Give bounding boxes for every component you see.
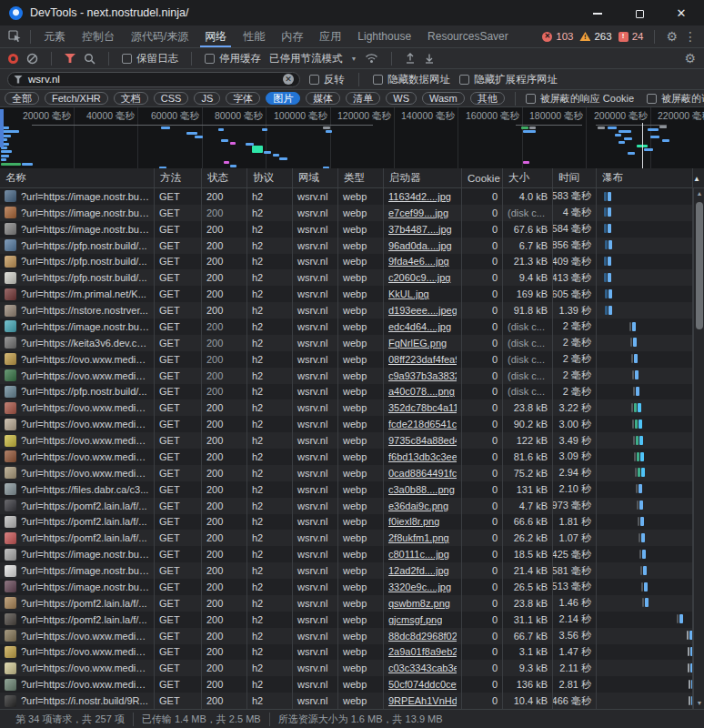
cell-name[interactable]: ?url=https://pomf2.lain.la/f/... (0, 498, 155, 514)
initiator-link[interactable]: d193eee....jpeg (388, 305, 457, 316)
disable-cache-checkbox[interactable]: 停用缓存 (205, 52, 261, 66)
column-header-waterfall[interactable]: 瀑布 (597, 168, 693, 187)
cell-name[interactable]: ?url=https://m.primal.net/K... (0, 286, 155, 302)
initiator-link[interactable]: 9fda4e6....jpg (388, 256, 449, 267)
column-header-time[interactable]: 时间 (553, 168, 597, 187)
initiator-link[interactable]: 0cad8864491fc0... (388, 468, 457, 479)
cell-name[interactable]: ?url=https://ovo.wxw.media... (0, 660, 155, 676)
column-header-method[interactable]: 方法 (155, 168, 202, 187)
filter-chip-图片[interactable]: 图片 (266, 92, 300, 105)
tab-性能[interactable]: 性能 (235, 25, 273, 47)
clear-network-log-button[interactable] (26, 53, 38, 65)
table-row[interactable]: ?url=https://ovo.wxw.media...GET200h2wsr… (0, 449, 693, 465)
filter-chip-文档[interactable]: 文档 (114, 92, 148, 105)
initiator-link[interactable]: e7cef99....jpg (388, 207, 448, 218)
console-errors-badge[interactable]: ✕ 103 (542, 31, 573, 42)
column-header-status[interactable]: 状态 (202, 168, 247, 187)
table-row[interactable]: ?url=https://ovo.wxw.media...GET200h2wsr… (0, 351, 693, 368)
vertical-scrollbar[interactable]: ▲ ▼ (693, 188, 704, 709)
initiator-link[interactable]: c3a0b88....png (388, 484, 455, 495)
cell-name[interactable]: ?url=https://ovo.wxw.media... (0, 465, 155, 481)
tab-应用[interactable]: 应用 (311, 25, 349, 47)
tab-内存[interactable]: 内存 (273, 25, 311, 47)
record-network-log-button[interactable] (8, 54, 18, 64)
initiator-link[interactable]: fcde218d6541c6... (388, 419, 457, 430)
initiator-link[interactable]: 9735c84a88ed48... (388, 435, 457, 446)
filter-chip-字体[interactable]: 字体 (226, 92, 260, 105)
cell-name[interactable]: ?url=https://keita3v6.dev.cd... (0, 335, 155, 351)
close-button[interactable]: ✕ (671, 6, 691, 20)
initiator-link[interactable]: 3320e9c....jpg (388, 581, 451, 592)
initiator-link[interactable]: c2060c9....jpg (388, 272, 451, 283)
table-row[interactable]: ?url=https://pomf2.lain.la/f/...GET200h2… (0, 612, 693, 628)
cell-name[interactable]: ?url=https://image.nostr.bui... (0, 221, 155, 238)
cell-name[interactable]: ?url=https://image.nostr.bui... (0, 188, 155, 205)
column-header-type[interactable]: 类型 (338, 168, 384, 187)
hide-extension-urls-checkbox[interactable]: 隐藏扩展程序网址 (459, 73, 558, 86)
network-settings-gear-icon[interactable]: ⚙ (684, 52, 696, 65)
cell-name[interactable]: ?url=https://pomf2.lain.la/f/... (0, 530, 155, 546)
initiator-link[interactable]: FqNrlEG.png (388, 338, 447, 349)
scrollbar-thumb[interactable] (696, 202, 703, 329)
tab-元素[interactable]: 元素 (35, 25, 74, 47)
table-row[interactable]: ?url=https://keita3v6.dev.cd...GET200h2w… (0, 335, 693, 351)
table-row[interactable]: ?url=https://ovo.wxw.media...GET200h2wsr… (0, 676, 693, 693)
filter-chip-清单[interactable]: 清单 (346, 92, 380, 105)
initiator-link[interactable]: gjcmsgf.png (388, 614, 442, 625)
initiator-link[interactable]: 9RPEAh1VnHdPz... (388, 695, 457, 706)
cell-name[interactable]: ?url=https://pfp.nostr.build/... (0, 384, 155, 400)
checkbox-被屏蔽的响应 Cookie[interactable]: 被屏蔽的响应 Cookie (526, 92, 634, 106)
tab-源代码/来源[interactable]: 源代码/来源 (123, 25, 196, 47)
table-row[interactable]: ?url=https://pomf2.lain.la/f/...GET200h2… (0, 514, 693, 531)
cell-name[interactable]: ?url=https://pfp.nostr.build/... (0, 269, 155, 286)
table-row[interactable]: ?url=https://files.dabr.ca/c3...GET200h2… (0, 481, 693, 498)
checkbox-被屏蔽的请求[interactable]: 被屏蔽的请求 (647, 92, 704, 106)
inspect-element-icon[interactable] (5, 28, 25, 45)
filter-chip-JS[interactable]: JS (194, 92, 220, 105)
cell-name[interactable]: ?url=https://ovo.wxw.media... (0, 644, 155, 661)
scroll-down-icon[interactable]: ▼ (694, 698, 704, 709)
table-row[interactable]: ?url=https://ovo.wxw.media...GET200h2wsr… (0, 628, 693, 644)
console-warnings-badge[interactable]: ! 263 (579, 31, 611, 42)
cell-name[interactable]: ?url=https://pfp.nostr.build/... (0, 238, 155, 254)
filter-chip-CSS[interactable]: CSS (154, 92, 189, 105)
cell-name[interactable]: ?url=https://nstore.nostrver... (0, 302, 155, 318)
table-row[interactable]: ?url=https://image.nostr.bui...GET200h2w… (0, 562, 693, 579)
cell-name[interactable]: ?url=https://ovo.wxw.media... (0, 449, 155, 465)
column-header-size[interactable]: 大小 (503, 168, 553, 187)
column-header-initiator[interactable]: 启动器 (384, 168, 462, 187)
cell-name[interactable]: ?url=https://image.nostr.bui... (0, 579, 155, 595)
network-overview-timeline[interactable]: 20000 毫秒40000 毫秒60000 毫秒80000 毫秒100000 毫… (0, 107, 704, 168)
hide-data-urls-checkbox[interactable]: 隐藏数据网址 (373, 73, 450, 86)
cell-name[interactable]: ?url=https://pomf2.lain.la/f/... (0, 514, 155, 531)
network-conditions-icon[interactable] (365, 53, 378, 64)
cell-name[interactable]: ?url=https://ovo.wxw.media... (0, 416, 155, 432)
sort-ascending-icon[interactable]: ▲ (693, 175, 700, 183)
cell-name[interactable]: ?url=https://ovo.wxw.media... (0, 628, 155, 644)
filter-chip-WS[interactable]: WS (386, 92, 417, 105)
table-row[interactable]: ?url=https://ovo.wxw.media...GET200h2wsr… (0, 368, 693, 384)
cell-name[interactable]: ?url=https://ovo.wxw.media... (0, 351, 155, 368)
throttling-select[interactable]: 已停用节流模式 ▼ (269, 52, 357, 66)
table-row[interactable]: ?url=https://pfp.nostr.build/...GET200h2… (0, 254, 693, 270)
table-row[interactable]: ?url=https://ovo.wxw.media...GET200h2wsr… (0, 432, 693, 449)
issues-badge[interactable]: ! 24 (619, 31, 644, 42)
table-row[interactable]: ?url=https://ovo.wxw.media...GET200h2wsr… (0, 399, 693, 416)
column-header-domain[interactable]: 网域 (293, 168, 338, 187)
initiator-link[interactable]: 37b4487....jpg (388, 224, 452, 235)
export-har-icon[interactable] (424, 53, 435, 64)
invert-filter-checkbox[interactable]: 反转 (309, 73, 345, 86)
initiator-link[interactable]: 08ff223daf4fea9... (388, 354, 457, 365)
table-row[interactable]: ?url=https://image.nostr.bui...GET200h2w… (0, 221, 693, 238)
table-row[interactable]: ?url=https://image.nostr.bui...GET200h2w… (0, 188, 693, 205)
initiator-link[interactable]: 88dc8d2968f02f... (388, 631, 457, 642)
column-header-name[interactable]: 名称 (0, 168, 155, 187)
table-row[interactable]: ?url=https://pomf2.lain.la/f/...GET200h2… (0, 530, 693, 546)
scroll-up-icon[interactable]: ▲ (694, 188, 704, 199)
tab-网络[interactable]: 网络 (196, 25, 235, 47)
network-filter-input[interactable]: wsrv.nl ✕ (7, 72, 300, 87)
initiator-link[interactable]: 96ad0da....jpg (388, 240, 452, 251)
initiator-link[interactable]: 2f8ukfm1.png (388, 532, 449, 543)
filter-chip-其他[interactable]: 其他 (470, 92, 505, 105)
initiator-link[interactable]: f6bd13db3c3ee3... (388, 451, 457, 462)
